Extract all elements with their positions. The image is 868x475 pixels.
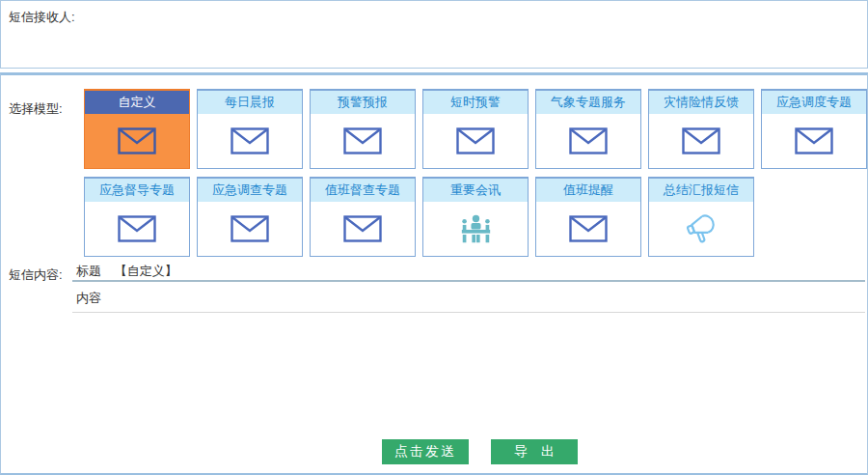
template-tile-body [423, 202, 528, 256]
recipients-input[interactable] [68, 5, 863, 64]
template-tile-shortterm-warning[interactable]: 短时预警 [422, 89, 529, 169]
title-value: 【自定义】 [115, 264, 177, 278]
main-panel: 选择模型: 自定义 每日晨报 预警预报 短时预警 [0, 72, 868, 475]
template-tile-weather-service[interactable]: 气象专题服务 [535, 89, 641, 169]
envelope-icon [118, 215, 156, 242]
template-tile-title: 应急督导专题 [85, 179, 189, 202]
template-tile-emergency-dispatch[interactable]: 应急调度专题 [761, 89, 867, 169]
template-tile-body [198, 114, 302, 168]
model-select-label: 选择模型: [9, 100, 63, 118]
template-tile-daily-report[interactable]: 每日晨报 [197, 89, 303, 169]
template-tile-title: 自定义 [85, 91, 189, 114]
send-button[interactable]: 点击发送 [382, 439, 469, 464]
template-tile-body [536, 202, 640, 256]
template-tile-body [85, 114, 189, 168]
envelope-icon [569, 127, 608, 154]
recipients-label: 短信接收人: [9, 9, 75, 26]
template-tile-body [198, 202, 302, 256]
envelope-icon [343, 215, 382, 242]
envelope-icon [118, 127, 156, 154]
envelope-icon [456, 127, 495, 154]
template-tile-disaster-feedback[interactable]: 灾情险情反馈 [648, 89, 754, 169]
template-tile-title: 预警预报 [311, 91, 415, 114]
meeting-icon [458, 213, 494, 245]
body-label: 内容 [76, 291, 101, 305]
export-button[interactable]: 导 出 [491, 439, 578, 464]
template-tile-title: 应急调查专题 [198, 179, 302, 202]
template-row-2: 应急督导专题 应急调查专题 值班督查专题 重要会讯 [84, 177, 754, 257]
template-tile-body [311, 202, 415, 256]
template-tile-warning-forecast[interactable]: 预警预报 [310, 89, 416, 169]
template-tile-title: 灾情险情反馈 [649, 91, 753, 114]
envelope-icon [682, 127, 720, 154]
sms-send-page: 短信接收人: 选择模型: 自定义 每日晨报 预警预报 [0, 0, 868, 475]
template-tile-title: 每日晨报 [198, 91, 302, 114]
template-tile-body [85, 202, 189, 256]
template-tile-body [311, 114, 415, 168]
template-tile-emergency-investigation[interactable]: 应急调查专题 [197, 177, 303, 257]
template-tile-title: 值班提醒 [536, 179, 640, 202]
template-tile-body [423, 114, 528, 168]
template-tile-title: 重要会讯 [423, 179, 528, 202]
template-row-1: 自定义 每日晨报 预警预报 短时预警 [84, 89, 867, 169]
sms-title-field[interactable]: 标题 【自定义】 [72, 263, 865, 282]
template-tile-body [536, 114, 640, 168]
megaphone-icon [682, 212, 720, 245]
title-label: 标题 [76, 264, 101, 278]
envelope-icon [569, 215, 608, 242]
template-tile-title: 气象专题服务 [536, 91, 640, 114]
envelope-icon [795, 127, 833, 154]
envelope-icon [231, 127, 269, 154]
envelope-icon [343, 127, 382, 154]
template-tile-title: 短时预警 [423, 91, 528, 114]
sms-body-field[interactable]: 内容 [72, 284, 865, 313]
template-tile-emergency-supervision[interactable]: 应急督导专题 [84, 177, 190, 257]
envelope-icon [231, 215, 269, 242]
sms-content-label: 短信内容: [9, 266, 63, 284]
template-tile-important-meeting[interactable]: 重要会讯 [422, 177, 529, 257]
template-tile-custom[interactable]: 自定义 [84, 89, 190, 169]
template-tile-duty-reminder[interactable]: 值班提醒 [535, 177, 641, 257]
template-tile-title: 值班督查专题 [311, 179, 415, 202]
recipients-panel: 短信接收人: [0, 0, 868, 69]
template-tile-title: 应急调度专题 [762, 91, 866, 114]
template-tile-summary-report[interactable]: 总结汇报短信 [648, 177, 754, 257]
template-tile-body [649, 202, 753, 256]
template-tile-body [762, 114, 866, 168]
template-tile-title: 总结汇报短信 [649, 179, 753, 202]
template-tile-body [649, 114, 753, 168]
template-tile-duty-inspection[interactable]: 值班督查专题 [310, 177, 416, 257]
